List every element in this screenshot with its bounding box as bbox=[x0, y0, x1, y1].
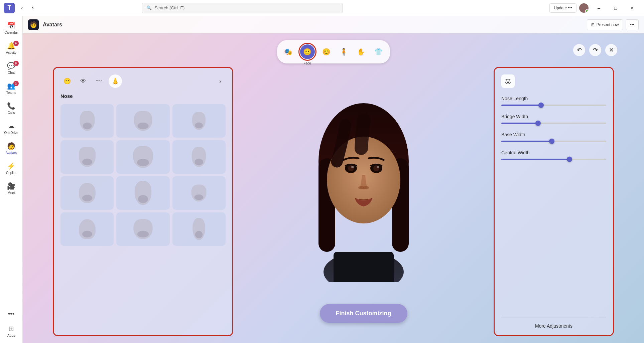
adjustment-nose-length: Nose Length bbox=[501, 96, 606, 106]
bridge-width-slider[interactable] bbox=[501, 123, 606, 124]
sub-tabs: 😶 👁 〰 👃 › bbox=[60, 74, 226, 88]
sidebar-item-copilot[interactable]: ⚡ Copilot bbox=[2, 159, 21, 178]
sidebar-item-chat[interactable]: 💬 5 Chat bbox=[2, 59, 21, 77]
category-tabs-container: 🎭 😐 Face 😊 🧍 ✋ 👕 bbox=[277, 40, 390, 63]
close-button[interactable]: ✕ bbox=[625, 3, 640, 13]
page-title: Avatars bbox=[43, 22, 62, 28]
sidebar-item-teams[interactable]: 👥 2 Teams bbox=[2, 79, 21, 98]
central-width-slider[interactable] bbox=[501, 159, 606, 160]
filter-icon-button[interactable]: ⚖ bbox=[501, 74, 515, 88]
tab-expressions[interactable]: 😊 bbox=[319, 44, 334, 59]
svg-point-13 bbox=[363, 186, 369, 189]
avatar-workspace: 🎭 😐 Face 😊 🧍 ✋ 👕 ↶ ↷ ✕ bbox=[23, 33, 644, 343]
meet-icon: 🎥 bbox=[7, 182, 15, 190]
right-panel: ⚖ Nose Length Bridge Width bbox=[494, 67, 614, 336]
face-tab-label: Face bbox=[303, 61, 311, 65]
title-bar-left: T bbox=[4, 3, 15, 13]
adjustment-central-width: Central Width bbox=[501, 150, 606, 160]
nose-option-1[interactable] bbox=[60, 104, 114, 138]
nose-option-9[interactable] bbox=[172, 176, 226, 210]
app-icon-header: 🧑 bbox=[28, 19, 39, 30]
activity-badge: 6 bbox=[13, 41, 19, 46]
subtab-eyes[interactable]: 👁 bbox=[77, 74, 90, 88]
nose-option-4[interactable] bbox=[60, 140, 114, 174]
finish-customizing-button[interactable]: Finish Customizing bbox=[320, 304, 407, 323]
sidebar-item-activity[interactable]: 🔔 6 Activity bbox=[2, 39, 21, 57]
base-width-slider[interactable] bbox=[501, 141, 606, 142]
nose-option-7[interactable] bbox=[60, 176, 114, 210]
sidebar-item-meet[interactable]: 🎥 Meet bbox=[2, 179, 21, 198]
redo-button[interactable]: ↷ bbox=[589, 44, 601, 56]
close-customize-button[interactable]: ✕ bbox=[605, 44, 617, 56]
subtab-next-button[interactable]: › bbox=[215, 76, 226, 87]
sidebar: 📅 Calendar 🔔 6 Activity 💬 5 Chat 👥 2 Tea… bbox=[0, 16, 23, 343]
center-avatar-area: Finish Customizing bbox=[233, 33, 494, 343]
nose-option-8[interactable] bbox=[116, 176, 169, 210]
chat-badge: 5 bbox=[13, 61, 19, 66]
nav-forward-button[interactable]: › bbox=[28, 3, 37, 13]
adjustment-bridge-width: Bridge Width bbox=[501, 114, 606, 124]
action-icons: ↶ ↷ ✕ bbox=[573, 44, 617, 56]
nose-option-6[interactable] bbox=[172, 140, 226, 174]
avatar-svg bbox=[300, 95, 427, 282]
content-area: 🧑 Avatars ⊞ Present now ••• 🎭 😐 bbox=[23, 16, 644, 343]
nose-option-11[interactable] bbox=[116, 212, 169, 246]
svg-rect-1 bbox=[334, 252, 394, 282]
content-top-bar: 🧑 Avatars ⊞ Present now ••• bbox=[23, 16, 644, 33]
left-panel: 😶 👁 〰 👃 › Nose bbox=[53, 67, 233, 336]
user-avatar bbox=[579, 3, 589, 13]
bridge-width-label: Bridge Width bbox=[501, 114, 606, 119]
title-bar-right: Update ••• – □ ✕ bbox=[549, 3, 640, 13]
onedrive-icon: ☁ bbox=[8, 122, 15, 130]
nose-length-label: Nose Length bbox=[501, 96, 606, 101]
face-tab-wrapper: 😐 Face bbox=[298, 43, 316, 61]
subtab-nose[interactable]: 👃 bbox=[109, 74, 122, 88]
tab-clothing[interactable]: 👕 bbox=[371, 44, 386, 59]
more-adjustments-button[interactable]: More Adjustments bbox=[501, 318, 606, 329]
presence-dot bbox=[585, 9, 589, 13]
avatar-display bbox=[290, 85, 437, 292]
avatars-icon: 🧑 bbox=[7, 142, 15, 150]
search-icon: 🔍 bbox=[146, 5, 152, 10]
search-placeholder: Search (Ctrl+E) bbox=[154, 5, 184, 10]
header-more-button[interactable]: ••• bbox=[626, 19, 639, 30]
present-now-button[interactable]: ⊞ Present now bbox=[587, 19, 623, 30]
nose-grid bbox=[60, 104, 226, 246]
nose-option-12[interactable] bbox=[172, 212, 226, 246]
maximize-button[interactable]: □ bbox=[608, 3, 623, 13]
subtab-face-shape[interactable]: 😶 bbox=[60, 74, 74, 88]
nose-option-2[interactable] bbox=[116, 104, 169, 138]
update-button[interactable]: Update ••• bbox=[549, 3, 576, 13]
main-layout: 📅 Calendar 🔔 6 Activity 💬 5 Chat 👥 2 Tea… bbox=[0, 16, 644, 343]
undo-button[interactable]: ↶ bbox=[573, 44, 585, 56]
nose-option-3[interactable] bbox=[172, 104, 226, 138]
tab-body[interactable]: 🧍 bbox=[337, 44, 351, 59]
base-width-label: Base Width bbox=[501, 132, 606, 137]
tab-face[interactable]: 😐 Face bbox=[300, 44, 315, 59]
sidebar-item-onedrive[interactable]: ☁ OneDrive bbox=[2, 119, 21, 138]
nose-length-slider[interactable] bbox=[501, 105, 606, 106]
tab-preset[interactable]: 🎭 bbox=[281, 44, 296, 59]
sidebar-more-button[interactable]: ••• bbox=[5, 308, 17, 320]
nav-back-button[interactable]: ‹ bbox=[17, 3, 27, 13]
nose-option-10[interactable] bbox=[60, 212, 114, 246]
category-tabs: 🎭 😐 Face 😊 🧍 ✋ 👕 bbox=[277, 40, 390, 63]
window-controls: – □ ✕ bbox=[591, 3, 640, 13]
apps-icon: ⊞ bbox=[8, 325, 14, 333]
title-bar: T ‹ › 🔍 Search (Ctrl+E) Update ••• – □ ✕ bbox=[0, 0, 644, 16]
sidebar-item-apps[interactable]: ⊞ Apps bbox=[2, 322, 21, 340]
svg-point-10 bbox=[351, 166, 354, 168]
present-icon: ⊞ bbox=[591, 22, 595, 27]
minimize-button[interactable]: – bbox=[591, 3, 607, 13]
subtab-eyebrows[interactable]: 〰 bbox=[93, 74, 106, 88]
sidebar-item-avatars[interactable]: 🧑 Avatars bbox=[2, 139, 21, 158]
calls-icon: 📞 bbox=[7, 102, 15, 110]
svg-point-11 bbox=[377, 166, 379, 168]
search-bar[interactable]: 🔍 Search (Ctrl+E) bbox=[142, 3, 343, 13]
nose-option-5[interactable] bbox=[116, 140, 169, 174]
sidebar-item-calendar[interactable]: 📅 Calendar bbox=[2, 19, 21, 37]
calendar-icon: 📅 bbox=[7, 22, 15, 30]
sidebar-item-calls[interactable]: 📞 Calls bbox=[2, 99, 21, 118]
tab-gestures[interactable]: ✋ bbox=[354, 44, 369, 59]
teams-logo-icon: T bbox=[4, 3, 15, 13]
